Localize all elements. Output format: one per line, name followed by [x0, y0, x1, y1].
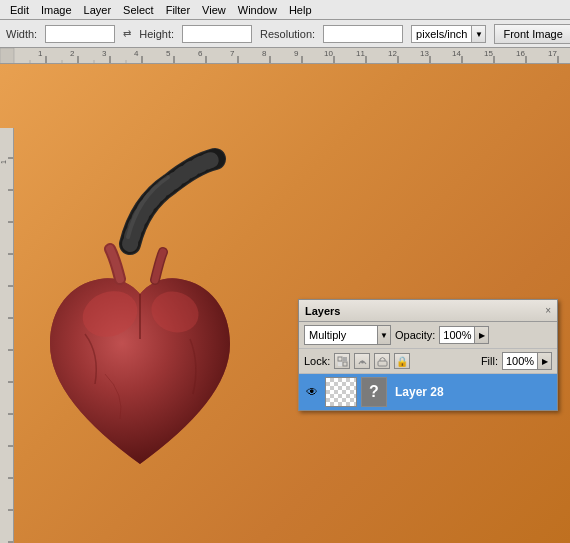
layer-visibility-toggle[interactable]: 👁 — [303, 383, 321, 401]
menu-help[interactable]: Help — [283, 2, 318, 18]
pipe-hose — [128, 159, 215, 244]
svg-rect-1 — [0, 48, 14, 64]
svg-text:6: 6 — [198, 49, 203, 58]
layer-name: Layer 28 — [391, 385, 553, 399]
blend-mode-value: Multiply — [305, 328, 377, 342]
width-input[interactable] — [45, 25, 115, 43]
svg-text:13: 13 — [420, 49, 429, 58]
svg-text:3: 3 — [102, 49, 107, 58]
svg-text:12: 12 — [388, 49, 397, 58]
menu-filter[interactable]: Filter — [160, 2, 196, 18]
menu-edit[interactable]: Edit — [4, 2, 35, 18]
horizontal-ruler: 1 2 3 4 5 6 7 8 9 10 11 12 13 1 — [0, 48, 570, 64]
menu-layer[interactable]: Layer — [78, 2, 118, 18]
layers-panel-close-x[interactable]: × — [545, 305, 551, 316]
svg-text:15: 15 — [484, 49, 493, 58]
options-bar: Width: ⇄ Height: Resolution: pixels/inch… — [0, 20, 570, 48]
layer-mask-thumbnail: ? — [361, 377, 387, 407]
layers-lock-row: Lock: 🔒 Fill: ▶ — [299, 349, 557, 374]
layers-panel-title: Layers — [305, 305, 340, 317]
height-input[interactable] — [182, 25, 252, 43]
resolution-unit-dropdown[interactable]: ▼ — [472, 25, 486, 43]
canvas-area: 1 — [0, 64, 570, 543]
menu-bar: Edit Image Layer Select Filter View Wind… — [0, 0, 570, 20]
svg-rect-63 — [378, 361, 387, 366]
blend-mode-dropdown[interactable]: Multiply ▼ — [304, 325, 391, 345]
lock-label: Lock: — [304, 355, 330, 367]
resolution-input[interactable] — [323, 25, 403, 43]
menu-window[interactable]: Window — [232, 2, 283, 18]
svg-text:10: 10 — [324, 49, 333, 58]
front-image-button[interactable]: Front Image — [494, 24, 570, 44]
layers-blend-row: Multiply ▼ Opacity: ▶ — [299, 322, 557, 349]
lock-image-btn[interactable] — [354, 353, 370, 369]
lock-all-btn[interactable]: 🔒 — [394, 353, 410, 369]
svg-text:16: 16 — [516, 49, 525, 58]
vertical-ruler: 1 — [0, 128, 14, 543]
svg-text:8: 8 — [262, 49, 267, 58]
swap-icon[interactable]: ⇄ — [123, 28, 131, 39]
resolution-unit-display: pixels/inch — [411, 25, 472, 43]
fill-dropdown-arrow[interactable]: ▶ — [538, 352, 552, 370]
fill-input[interactable] — [502, 352, 538, 370]
opacity-label: Opacity: — [395, 329, 435, 341]
svg-rect-58 — [338, 357, 342, 361]
svg-text:9: 9 — [294, 49, 299, 58]
layer-thumbnail — [325, 377, 357, 407]
width-label: Width: — [6, 28, 37, 40]
svg-rect-61 — [343, 362, 347, 366]
svg-rect-59 — [343, 357, 347, 361]
blend-mode-arrow[interactable]: ▼ — [377, 326, 390, 344]
svg-text:7: 7 — [230, 49, 235, 58]
menu-image[interactable]: Image — [35, 2, 78, 18]
svg-text:5: 5 — [166, 49, 171, 58]
lock-position-btn[interactable] — [374, 353, 390, 369]
layer-row[interactable]: 👁 ? Layer 28 — [299, 374, 557, 410]
svg-rect-60 — [338, 362, 342, 366]
heart-image — [30, 144, 260, 464]
layers-panel: Layers × Multiply ▼ Opacity: ▶ Lock: — [298, 299, 558, 411]
fill-label: Fill: — [481, 355, 498, 367]
layers-panel-header: Layers × — [299, 300, 557, 322]
lock-transparent-btn[interactable] — [334, 353, 350, 369]
svg-text:14: 14 — [452, 49, 461, 58]
svg-text:2: 2 — [70, 49, 75, 58]
svg-text:11: 11 — [356, 49, 365, 58]
menu-view[interactable]: View — [196, 2, 232, 18]
opacity-input[interactable] — [439, 326, 475, 344]
menu-select[interactable]: Select — [117, 2, 160, 18]
svg-text:4: 4 — [134, 49, 139, 58]
svg-text:1: 1 — [0, 160, 7, 164]
opacity-dropdown-arrow[interactable]: ▶ — [475, 326, 489, 344]
svg-text:17: 17 — [548, 49, 557, 58]
height-label: Height: — [139, 28, 174, 40]
resolution-label: Resolution: — [260, 28, 315, 40]
svg-text:1: 1 — [38, 49, 43, 58]
svg-point-62 — [361, 360, 364, 363]
